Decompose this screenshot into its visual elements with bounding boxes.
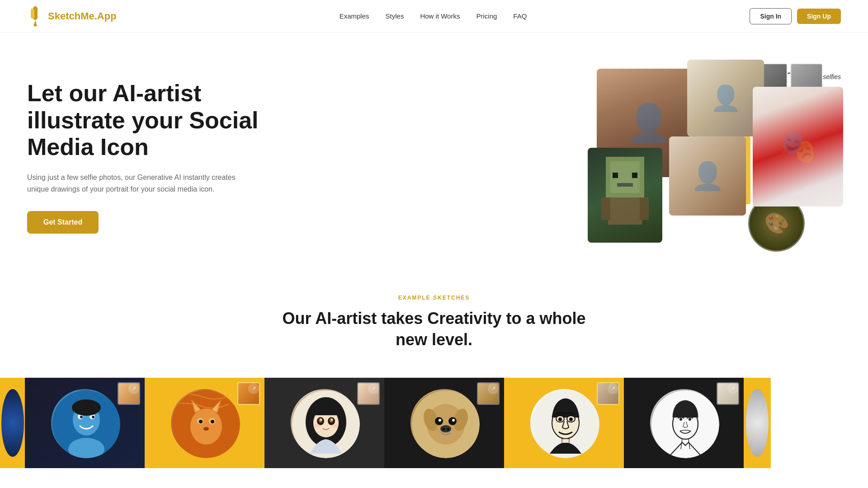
hero-title: Let our AI-artist illustrate your Social…: [27, 80, 280, 161]
gallery-arrow-1: ↗: [128, 383, 139, 394]
gallery-sketch-3: [291, 389, 359, 457]
logo-link[interactable]: SketchMe.App: [27, 6, 117, 26]
gallery-svg-4: [412, 390, 480, 458]
svg-point-52: [447, 428, 449, 431]
gallery-sketch-1: [51, 389, 119, 457]
gallery-arrow-2: ↗: [248, 383, 259, 394]
gallery-sketch-2: [171, 389, 239, 457]
gallery-svg-5: [532, 390, 599, 458]
pixel-art-svg: [588, 148, 662, 243]
svg-rect-6: [632, 173, 637, 178]
hero-right: your selfies 👤 👤: [588, 60, 841, 254]
nav-pricing[interactable]: Pricing: [476, 12, 497, 20]
svg-point-49: [452, 419, 455, 422]
gallery-sketch-6: [650, 389, 718, 457]
svg-marker-2: [33, 20, 37, 26]
nav-examples[interactable]: Examples: [340, 12, 369, 20]
gallery-sketch-5: [530, 389, 598, 457]
svg-rect-8: [617, 183, 633, 187]
svg-rect-9: [608, 197, 642, 225]
gallery-arrow-5: ↗: [608, 383, 618, 394]
hero-left: Let our AI-artist illustrate your Social…: [27, 80, 280, 234]
hero-section: Let our AI-artist illustrate your Social…: [0, 33, 868, 272]
svg-point-39: [331, 419, 333, 421]
svg-point-62: [679, 418, 682, 421]
gallery-sketch-partial-right: [746, 389, 769, 457]
gallery-item-edge-right: [744, 378, 771, 468]
gallery-sketch-4: [410, 389, 478, 457]
svg-point-16: [80, 416, 83, 418]
svg-rect-7: [613, 173, 618, 178]
hero-description: Using just a few selfie photos, our Gene…: [27, 172, 244, 195]
gallery-svg-2: [172, 390, 240, 458]
gallery-svg-3: [292, 390, 360, 458]
gallery-arrow-4: ↗: [488, 383, 499, 394]
gallery-row: ↗ ↗: [0, 378, 868, 468]
examples-label: EXAMPLE SKETCHES: [0, 295, 868, 301]
svg-point-48: [439, 419, 441, 422]
nav-styles[interactable]: Styles: [386, 12, 404, 20]
gallery-item-edge-left: [0, 378, 25, 468]
svg-rect-11: [640, 197, 649, 220]
face-3-realistic: 👤: [669, 136, 746, 216]
gallery-sketch-partial-left: [1, 389, 24, 457]
gallery-item-5: ↗: [504, 378, 624, 468]
svg-point-21: [190, 408, 222, 445]
svg-point-17: [92, 416, 94, 418]
svg-point-29: [211, 420, 214, 423]
nav-actions: Sign In Sign Up: [750, 8, 841, 24]
svg-point-58: [569, 418, 573, 421]
gallery-arrow-6: ↗: [727, 383, 738, 394]
logo-icon: [27, 6, 43, 26]
svg-rect-1: [31, 9, 34, 19]
signin-button[interactable]: Sign In: [750, 8, 792, 24]
navbar: SketchMe.App Examples Styles How it Work…: [0, 0, 868, 33]
gallery-item-2: ↗: [145, 378, 264, 468]
get-started-button[interactable]: Get Started: [27, 211, 99, 234]
svg-point-30: [203, 427, 209, 431]
nav-faq[interactable]: FAQ: [513, 12, 527, 20]
svg-point-41: [331, 424, 339, 427]
svg-rect-10: [601, 197, 610, 220]
svg-point-50: [440, 425, 451, 432]
gallery-item-3: ↗: [264, 378, 384, 468]
gallery-item-1: ↗: [25, 378, 145, 468]
gallery-svg-1: [52, 390, 120, 458]
svg-point-28: [199, 420, 203, 423]
svg-point-51: [442, 428, 445, 431]
pixel-art-face: [588, 148, 662, 243]
nav-how-it-works[interactable]: How it Works: [420, 12, 460, 20]
svg-point-63: [689, 418, 691, 421]
svg-point-18: [72, 399, 101, 416]
examples-title: Our AI-artist takes Creativity to a whol…: [0, 308, 868, 351]
gallery-item-4: ↗: [384, 378, 504, 468]
svg-point-38: [320, 419, 322, 421]
gallery-item-6: ↗: [624, 378, 744, 468]
gallery-svg-6: [651, 390, 719, 458]
nav-links: Examples Styles How it Works Pricing FAQ: [340, 12, 527, 20]
examples-section: EXAMPLE SKETCHES Our AI-artist takes Cre…: [0, 272, 868, 364]
signup-button[interactable]: Sign Up: [797, 9, 841, 24]
svg-point-57: [558, 418, 562, 421]
red-illustration: 🎭: [753, 87, 843, 206]
logo-text: SketchMe.App: [48, 10, 117, 22]
gallery-arrow-3: ↗: [368, 383, 379, 394]
svg-point-40: [313, 424, 321, 427]
